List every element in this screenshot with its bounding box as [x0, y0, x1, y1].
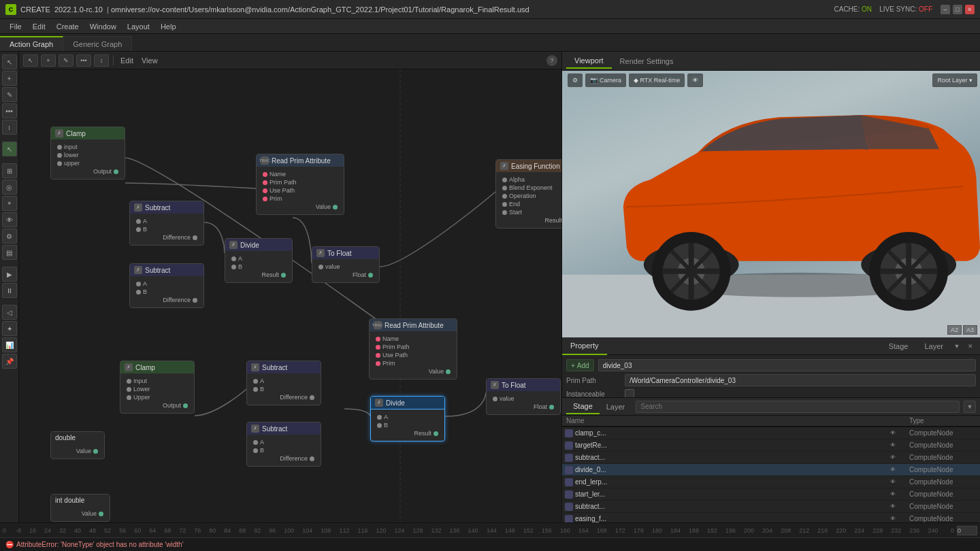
tab-layer[interactable]: Layer [916, 337, 951, 355]
stage-row[interactable]: divide_0... 👁 ComputeNode [562, 464, 980, 476]
toolbar-layers[interactable]: ▤ [2, 245, 17, 260]
graph-view-label[interactable]: View [139, 56, 161, 65]
minimize-button[interactable]: – [941, 5, 950, 14]
stage-row[interactable]: subtract... 👁 ComputeNode [562, 501, 980, 513]
toolbar-expand[interactable]: ◁ [2, 305, 17, 320]
node-clamp2[interactable]: ✗ Clamp Input Lower Upper Output [120, 361, 195, 414]
stage-row[interactable]: start_ler... 👁 ComputeNode [562, 488, 980, 501]
stage-row[interactable]: clamp_c... 👁 ComputeNode [562, 427, 980, 439]
stage-tab-stage[interactable]: Stage [566, 399, 600, 414]
title-text: CREATE 2022.1.0-rc.10 | omniverse://ov-c… [20, 5, 834, 14]
tab-generic-graph[interactable]: Generic Graph [63, 36, 132, 51]
menu-edit[interactable]: Edit [27, 21, 51, 32]
node-easing[interactable]: ✗ Easing Function Alpha Blend Exponent O… [495, 159, 561, 229]
vis-icon[interactable]: 👁 [890, 516, 896, 522]
graph-tool-select[interactable]: ↖ [23, 54, 38, 67]
vis-icon[interactable]: 👁 [890, 503, 896, 510]
vp-settings-btn[interactable]: ⚙ [568, 73, 583, 87]
menu-window[interactable]: Window [84, 21, 122, 32]
toolbar-pause[interactable]: ⏸ [2, 283, 17, 298]
stage-search-input[interactable] [636, 401, 960, 413]
menu-file[interactable]: File [4, 21, 27, 32]
graph-tool-more[interactable]: ••• [76, 54, 91, 67]
toolbar-circle[interactable]: ◎ [2, 180, 17, 195]
vis-icon[interactable]: 👁 [890, 467, 896, 473]
port-dot-a4 [253, 440, 258, 445]
node-double1[interactable]: double Value [50, 431, 105, 459]
node-divide2[interactable]: ✗ Divide A B Result [370, 396, 445, 441]
prim-path-value[interactable]: /World/CameraController/divide_03 [625, 374, 976, 386]
tab-property[interactable]: Property [562, 337, 607, 355]
toolbar-select[interactable]: ↖ [2, 54, 17, 69]
instanceable-checkbox[interactable] [625, 389, 634, 397]
vis-icon[interactable]: 👁 [890, 442, 896, 448]
ruler-coord-input[interactable] [957, 526, 977, 535]
toolbar-play[interactable]: ▶ [2, 267, 17, 282]
toolbar-star[interactable]: ✦ [2, 321, 17, 336]
node-to-float2[interactable]: ✗ To Float value Float [486, 378, 561, 415]
node-divide1[interactable]: ✗ Divide A B Result [225, 238, 293, 283]
graph-tool-add[interactable]: + [41, 54, 56, 67]
graph-tool-arrow[interactable]: ↕ [94, 54, 109, 67]
stage-row[interactable]: targetRe... 👁 ComputeNode [562, 439, 980, 452]
toolbar-grid[interactable]: ⊞ [2, 163, 17, 178]
port-dot-primpath1 [263, 180, 267, 185]
port-result-div2: Result [375, 430, 440, 437]
menu-layout[interactable]: Layout [122, 21, 155, 32]
graph-tool-pencil[interactable]: ✎ [59, 54, 74, 67]
node-read-prim2[interactable]: TRAC Read Prim Attribute Name Prim Path … [369, 318, 457, 380]
toolbar-settings[interactable]: ⚙ [2, 229, 17, 244]
node-to-float1[interactable]: ✗ To Float value Float [312, 246, 380, 283]
node-double2[interactable]: int double Value [50, 494, 110, 522]
graph-canvas[interactable]: ✗ Clamp input lower upper Output ✗ Subtr… [19, 69, 561, 522]
menu-help[interactable]: Help [155, 21, 182, 32]
close-prop-icon[interactable]: ✕ [965, 341, 976, 352]
toolbar-eye[interactable]: 👁 [2, 212, 17, 227]
toolbar-pencil[interactable]: ✎ [2, 87, 17, 102]
stage-row[interactable]: end_lerp... 👁 ComputeNode [562, 476, 980, 488]
toolbar-cursor[interactable]: ↖ [2, 141, 17, 156]
toolbar-nav[interactable]: ↕ [2, 120, 17, 135]
vp-root-btn[interactable]: Root Layer ▾ [932, 73, 977, 87]
close-button[interactable]: ✕ [965, 5, 975, 14]
toolbar-zoom[interactable]: ⌖ [2, 196, 17, 211]
node-subtract4[interactable]: ✗ Subtract A B Difference [246, 422, 321, 467]
maximize-button[interactable]: □ [953, 5, 962, 14]
toolbar-add[interactable]: + [2, 71, 17, 86]
node-read-prim1[interactable]: TRAC Read Prim Attribute Name Prim Path … [256, 154, 344, 215]
node-subtract3[interactable]: ✗ Subtract A B Difference [246, 361, 321, 405]
port-dot-float-tf2 [549, 405, 554, 410]
ruler-tick: 216 [813, 527, 832, 534]
stage-vis-col1: 👁 [887, 430, 898, 436]
add-button[interactable]: + Add [566, 359, 594, 371]
toolbar-pin[interactable]: 📌 [2, 354, 17, 369]
tab-stage[interactable]: Stage [881, 337, 917, 355]
toolbar-more[interactable]: ••• [2, 103, 17, 118]
menu-create[interactable]: Create [51, 21, 84, 32]
vis-icon[interactable]: 👁 [890, 454, 896, 461]
node-subtract1[interactable]: ✗ Subtract A B Difference [129, 201, 204, 246]
vis-icon[interactable]: 👁 [890, 479, 896, 485]
add-label: Add [577, 362, 589, 369]
node-subtract4-header: ✗ Subtract [247, 422, 321, 435]
node-sub3-title: Subtract [262, 364, 287, 371]
graph-edit-label[interactable]: Edit [118, 56, 136, 65]
vis-icon[interactable]: 👁 [890, 491, 896, 497]
tab-action-graph[interactable]: Action Graph [0, 36, 63, 51]
graph-help-btn[interactable]: ? [546, 55, 557, 66]
stage-filter-btn[interactable]: ▼ [964, 401, 976, 413]
vp-eye-btn[interactable]: 👁 [687, 73, 703, 87]
node-divide1-header: ✗ Divide [225, 239, 292, 251]
stage-row[interactable]: subtract... 👁 ComputeNode [562, 452, 980, 464]
vp-tab-render[interactable]: Render Settings [612, 54, 682, 68]
vp-camera-btn[interactable]: 📷 Camera [585, 73, 626, 87]
vp-tab-viewport[interactable]: Viewport [566, 54, 612, 69]
toolbar-chart[interactable]: 📊 [2, 337, 17, 352]
stage-row[interactable]: easing_f... 👁 ComputeNode [562, 513, 980, 522]
filter-icon[interactable]: ▼ [951, 341, 962, 352]
vis-icon[interactable]: 👁 [890, 430, 896, 436]
node-subtract2[interactable]: ✗ Subtract A B Difference [129, 263, 204, 308]
stage-tab-layer[interactable]: Layer [600, 400, 632, 414]
vp-rtx-btn[interactable]: ◆ RTX Real-time [629, 73, 685, 87]
node-clamp1[interactable]: ✗ Clamp input lower upper Output [50, 127, 125, 180]
